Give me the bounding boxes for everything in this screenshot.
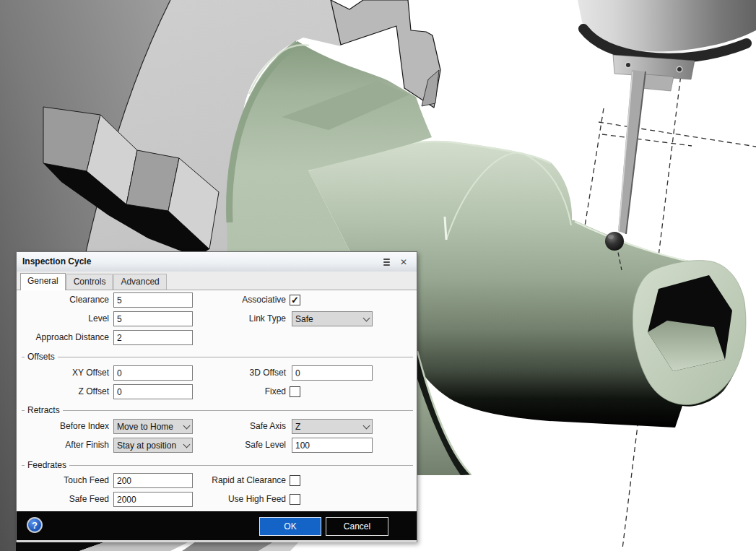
probe-stylus-ball <box>605 232 624 251</box>
z-offset-label: Z Offset <box>17 384 109 399</box>
chevron-down-icon <box>363 422 370 429</box>
safe-feed-label: Safe Feed <box>17 492 109 507</box>
level-input[interactable] <box>113 311 193 326</box>
offsets-group: Offsets <box>22 357 413 357</box>
dialog-titlebar[interactable]: Inspection Cycle ✕ <box>17 252 417 272</box>
tab-general[interactable]: General <box>20 273 66 290</box>
before-index-value: Move to Home <box>117 422 184 432</box>
safe-feed-input[interactable] <box>113 492 193 507</box>
safe-level-label: Safe Level <box>183 438 286 453</box>
after-finish-value: Stay at position <box>117 441 184 451</box>
rapid-at-clearance-label: Rapid at Clearance <box>183 473 286 488</box>
safe-axis-label: Safe Axis <box>183 419 286 434</box>
touch-feed-label: Touch Feed <box>17 473 109 488</box>
ok-button[interactable]: OK <box>259 517 321 536</box>
link-type-dropdown[interactable]: Safe <box>292 311 373 326</box>
before-index-dropdown[interactable]: Move to Home <box>113 419 193 434</box>
rapid-at-clearance-checkbox[interactable] <box>290 475 300 486</box>
clearance-input[interactable] <box>113 292 193 308</box>
associative-checkbox[interactable]: ✓ <box>290 295 300 305</box>
safe-axis-dropdown[interactable]: Z <box>292 419 373 434</box>
safe-level-input[interactable] <box>292 438 373 453</box>
associative-label: Associative <box>183 292 286 308</box>
touch-feed-input[interactable] <box>113 473 193 488</box>
link-type-label: Link Type <box>183 311 286 326</box>
fixed-label: Fixed <box>183 384 286 399</box>
level-label: Level <box>17 311 109 326</box>
safe-axis-value: Z <box>295 422 364 432</box>
retracts-group-label: Retracts <box>25 405 63 415</box>
after-finish-dropdown[interactable]: Stay at position <box>113 438 193 453</box>
feedrates-group-label: Feedrates <box>25 460 69 470</box>
after-finish-label: After Finish <box>17 438 109 453</box>
close-icon[interactable]: ✕ <box>398 256 409 268</box>
offsets-group-label: Offsets <box>25 352 58 362</box>
dialog-footer: ? OK Cancel <box>17 511 417 540</box>
cancel-button[interactable]: Cancel <box>326 517 388 536</box>
dialog-title: Inspection Cycle <box>22 256 91 266</box>
tab-controls[interactable]: Controls <box>66 274 113 290</box>
3d-offset-input[interactable] <box>292 365 373 381</box>
xy-offset-input[interactable] <box>113 365 193 381</box>
3d-offset-label: 3D Offset <box>183 365 286 381</box>
approach-distance-label: Approach Distance <box>17 330 109 345</box>
z-offset-input[interactable] <box>113 384 193 399</box>
fixed-checkbox[interactable] <box>290 386 300 397</box>
dialog-bottom-strip <box>17 540 417 542</box>
before-index-label: Before Index <box>17 419 109 434</box>
clearance-label: Clearance <box>17 292 109 308</box>
help-icon[interactable]: ? <box>27 517 43 533</box>
feedrates-group: Feedrates <box>22 465 413 466</box>
use-high-feed-label: Use High Feed <box>183 492 286 507</box>
link-type-value: Safe <box>295 314 364 324</box>
tab-bar: General Controls Advanced <box>17 272 417 290</box>
use-high-feed-checkbox[interactable] <box>290 494 300 505</box>
xy-offset-label: XY Offset <box>17 365 109 381</box>
approach-distance-input[interactable] <box>113 330 193 345</box>
chevron-down-icon <box>363 314 370 321</box>
inspection-cycle-dialog: Inspection Cycle ✕ General Controls Adva… <box>16 251 417 542</box>
tab-advanced[interactable]: Advanced <box>113 274 166 290</box>
retracts-group: Retracts <box>22 410 413 411</box>
menu-icon[interactable] <box>381 256 392 268</box>
